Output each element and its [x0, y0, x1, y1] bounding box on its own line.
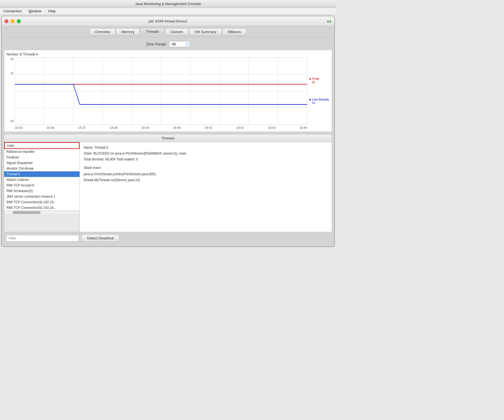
window-title-bar: pid: 8349 thread.Demo1 ⇔	[2, 16, 334, 26]
x-label-1835: 18:35	[15, 126, 23, 129]
main-content: Time Range: All 1 min 5 min 10 min ⬡ Num…	[2, 37, 334, 246]
thread-item-main[interactable]: main	[4, 142, 80, 149]
thread-detail: Name: Thread-0 State: BLOCKED on java.io…	[80, 142, 332, 232]
chart-title[interactable]: Number of Threads ▾	[6, 52, 330, 56]
close-button[interactable]	[4, 19, 8, 23]
window-controls	[4, 19, 21, 23]
pid-label: pid: 8349 thread.Demo1	[148, 19, 187, 23]
x-label-1844: 18:44	[299, 126, 307, 129]
threads-panel-header: Threads	[4, 134, 332, 142]
x-label-1840: 18:40	[173, 126, 181, 129]
thread-item-signal-dispatcher[interactable]: Signal Dispatcher	[4, 160, 80, 166]
filter-input[interactable]	[6, 235, 79, 242]
connection-icon: ⇔	[327, 18, 332, 25]
chart-svg	[15, 57, 307, 125]
x-label-1843: 18:43	[268, 126, 276, 129]
x-label-1837: 18:37	[78, 126, 86, 129]
time-range-label: Time Range:	[146, 42, 167, 46]
tab-threads[interactable]: Threads	[140, 28, 164, 35]
x-label-1842: 18:42	[236, 126, 244, 129]
time-range-bar: Time Range: All 1 min 5 min 10 min ⬡	[4, 39, 332, 49]
app-window: pid: 8349 thread.Demo1 ⇔ Overview Memory…	[1, 16, 335, 247]
detail-stack-1: java.io.PrintStream.println(PrintStream.…	[84, 172, 328, 177]
tab-vm-summary[interactable]: VM Summary	[189, 28, 222, 35]
menu-window[interactable]: Window	[27, 8, 43, 14]
threads-body: main Reference Handler Finalizer Signal …	[4, 142, 332, 232]
x-label-1836: 18:36	[46, 126, 54, 129]
tab-mbeans[interactable]: MBeans	[222, 28, 246, 35]
menu-bar: Connection Window Help	[0, 8, 336, 15]
y-label-10: 10	[10, 119, 14, 123]
chart-container: Number of Threads ▾ 20 15 10	[4, 50, 332, 132]
maximize-button[interactable]	[17, 19, 21, 23]
thread-list[interactable]: main Reference Handler Finalizer Signal …	[4, 142, 80, 211]
live-label: Live threads	[312, 98, 329, 101]
minimize-button[interactable]	[11, 19, 15, 23]
detect-deadlock-button[interactable]: Detect Deadlock	[81, 234, 120, 242]
thread-item-rmi-scheduler[interactable]: RMI Scheduler(0)	[4, 188, 80, 194]
thread-item-reference-handler[interactable]: Reference Handler	[4, 149, 80, 155]
x-label-1841: 18:41	[205, 126, 213, 129]
time-range-select-wrapper[interactable]: All 1 min 5 min 10 min ⬡	[169, 41, 190, 47]
peak-label: Peak	[312, 77, 319, 80]
y-label-15: 15	[10, 71, 14, 75]
time-range-select[interactable]: All 1 min 5 min 10 min	[169, 41, 190, 47]
detail-stack-label: Stack trace:	[84, 165, 328, 171]
bottom-bar: Detect Deadlock	[4, 232, 332, 244]
thread-list-scrollbar[interactable]	[4, 211, 80, 214]
os-title: Java Monitoring & Management Console	[135, 2, 201, 6]
tab-bar: Overview Memory Threads Classes VM Summa…	[2, 26, 334, 37]
thread-item-rmi-tcp-conn5[interactable]: RMI TCP Connection(5)-192.16…	[4, 205, 80, 211]
menu-connection[interactable]: Connection	[2, 8, 23, 14]
detail-name: Name: Thread-0	[84, 145, 328, 150]
menu-help[interactable]: Help	[47, 8, 57, 14]
thread-item-attach-listener[interactable]: Attach Listener	[4, 177, 80, 183]
os-title-bar: Java Monitoring & Management Console	[0, 0, 336, 8]
thread-item-rmi-tcp-conn4[interactable]: RMI TCP Connection(4)-192.16…	[4, 199, 80, 205]
live-legend: ◄ Live threads 13	[308, 98, 330, 104]
thread-item-monitor-ctrl-break[interactable]: Monitor Ctrl-Break	[4, 166, 80, 171]
thread-item-rmi-tcp-accept[interactable]: RMI TCP Accept-0	[4, 183, 80, 188]
tab-overview[interactable]: Overview	[90, 28, 115, 35]
detail-blocked: Total blocked: 66,909 Total waited: 0	[84, 157, 328, 162]
scrollbar-thumb[interactable]	[13, 211, 41, 214]
tab-memory[interactable]: Memory	[116, 28, 140, 35]
peak-legend: ◄ Peak 16	[308, 77, 330, 84]
x-label-1839: 18:39	[141, 126, 149, 129]
threads-panel: Threads main Reference Handler Finalizer…	[4, 134, 332, 232]
y-label-20: 20	[10, 57, 14, 61]
x-label-1838: 18:38	[110, 126, 118, 129]
peak-value: 16	[312, 80, 315, 84]
tab-classes[interactable]: Classes	[165, 28, 188, 35]
detail-stack-2: thread.MyThread.run(Demo1.java:14)	[84, 178, 328, 183]
thread-item-jmx-server[interactable]: JMX server connection timeout 1	[4, 194, 80, 199]
detail-state: State: BLOCKED on java.io.PrintStream@5b…	[84, 151, 328, 156]
thread-item-finalizer[interactable]: Finalizer	[4, 155, 80, 160]
thread-item-thread0[interactable]: Thread-0	[4, 171, 80, 177]
live-value: 13	[312, 101, 315, 104]
